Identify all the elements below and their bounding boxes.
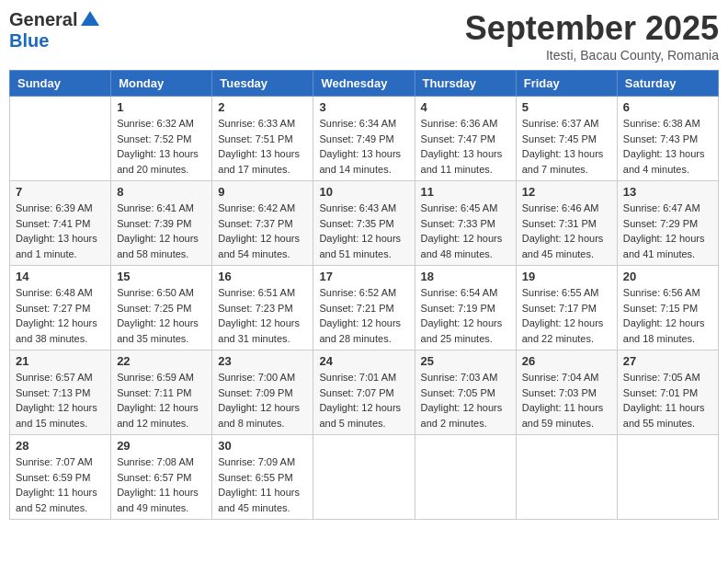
day-number: 2 <box>218 100 307 114</box>
calendar-cell: 20Sunrise: 6:56 AMSunset: 7:15 PMDayligh… <box>617 266 718 350</box>
day-info: Sunrise: 7:05 AMSunset: 7:01 PMDaylight:… <box>623 370 712 431</box>
weekday-header-tuesday: Tuesday <box>212 71 313 97</box>
day-info: Sunrise: 6:47 AMSunset: 7:29 PMDaylight:… <box>623 201 712 261</box>
day-number: 9 <box>218 185 307 199</box>
calendar-cell: 30Sunrise: 7:09 AMSunset: 6:55 PMDayligh… <box>212 435 313 520</box>
title-section: September 2025 Itesti, Bacau County, Rom… <box>465 9 719 63</box>
day-number: 14 <box>16 270 105 283</box>
calendar-cell: 18Sunrise: 6:54 AMSunset: 7:19 PMDayligh… <box>415 266 516 350</box>
day-info: Sunrise: 6:41 AMSunset: 7:39 PMDaylight:… <box>117 201 206 261</box>
calendar-cell: 9Sunrise: 6:42 AMSunset: 7:37 PMDaylight… <box>212 181 313 266</box>
logo: General Blue <box>9 9 99 52</box>
calendar-cell: 13Sunrise: 6:47 AMSunset: 7:29 PMDayligh… <box>617 181 718 266</box>
day-number: 8 <box>117 185 206 199</box>
calendar-cell: 17Sunrise: 6:52 AMSunset: 7:21 PMDayligh… <box>313 266 415 350</box>
calendar-week-row: 1Sunrise: 6:32 AMSunset: 7:52 PMDaylight… <box>10 97 719 181</box>
day-info: Sunrise: 6:32 AMSunset: 7:52 PMDaylight:… <box>117 116 206 177</box>
calendar-week-row: 14Sunrise: 6:48 AMSunset: 7:27 PMDayligh… <box>10 266 719 350</box>
calendar-cell: 27Sunrise: 7:05 AMSunset: 7:01 PMDayligh… <box>617 350 718 435</box>
day-info: Sunrise: 6:46 AMSunset: 7:31 PMDaylight:… <box>522 201 611 261</box>
calendar-cell: 4Sunrise: 6:36 AMSunset: 7:47 PMDaylight… <box>415 97 516 181</box>
day-info: Sunrise: 6:34 AMSunset: 7:49 PMDaylight:… <box>319 116 408 177</box>
day-number: 23 <box>218 354 307 368</box>
calendar-cell <box>516 435 617 520</box>
calendar-cell: 24Sunrise: 7:01 AMSunset: 7:07 PMDayligh… <box>313 350 415 435</box>
day-number: 15 <box>117 270 206 283</box>
weekday-header-thursday: Thursday <box>415 71 516 97</box>
weekday-header-row: SundayMondayTuesdayWednesdayThursdayFrid… <box>10 71 719 97</box>
day-info: Sunrise: 7:04 AMSunset: 7:03 PMDaylight:… <box>522 370 611 431</box>
calendar-cell: 5Sunrise: 6:37 AMSunset: 7:45 PMDaylight… <box>516 97 617 181</box>
calendar-cell: 26Sunrise: 7:04 AMSunset: 7:03 PMDayligh… <box>516 350 617 435</box>
day-number: 19 <box>522 270 611 283</box>
day-number: 30 <box>218 439 307 453</box>
day-number: 17 <box>319 270 408 283</box>
weekday-header-saturday: Saturday <box>617 71 718 97</box>
calendar-table: SundayMondayTuesdayWednesdayThursdayFrid… <box>9 70 719 520</box>
day-info: Sunrise: 6:52 AMSunset: 7:21 PMDaylight:… <box>319 285 408 346</box>
day-number: 13 <box>623 185 712 199</box>
weekday-header-sunday: Sunday <box>10 71 111 97</box>
day-info: Sunrise: 6:48 AMSunset: 7:27 PMDaylight:… <box>16 285 105 346</box>
day-number: 5 <box>522 100 611 114</box>
calendar-cell <box>617 435 718 520</box>
calendar-cell: 29Sunrise: 7:08 AMSunset: 6:57 PMDayligh… <box>111 435 212 520</box>
day-number: 6 <box>623 100 712 114</box>
day-info: Sunrise: 7:08 AMSunset: 6:57 PMDaylight:… <box>117 454 206 515</box>
calendar-cell: 2Sunrise: 6:33 AMSunset: 7:51 PMDaylight… <box>212 97 313 181</box>
calendar-cell: 23Sunrise: 7:00 AMSunset: 7:09 PMDayligh… <box>212 350 313 435</box>
calendar-cell: 15Sunrise: 6:50 AMSunset: 7:25 PMDayligh… <box>111 266 212 350</box>
calendar-cell: 14Sunrise: 6:48 AMSunset: 7:27 PMDayligh… <box>10 266 111 350</box>
day-info: Sunrise: 6:38 AMSunset: 7:43 PMDaylight:… <box>623 116 712 177</box>
day-info: Sunrise: 6:36 AMSunset: 7:47 PMDaylight:… <box>421 116 510 177</box>
logo-general-text: General <box>9 9 77 30</box>
calendar-cell: 10Sunrise: 6:43 AMSunset: 7:35 PMDayligh… <box>313 181 415 266</box>
day-info: Sunrise: 7:01 AMSunset: 7:07 PMDaylight:… <box>319 370 408 431</box>
calendar-week-row: 28Sunrise: 7:07 AMSunset: 6:59 PMDayligh… <box>10 435 719 520</box>
calendar-cell: 3Sunrise: 6:34 AMSunset: 7:49 PMDaylight… <box>313 97 415 181</box>
calendar-cell: 25Sunrise: 7:03 AMSunset: 7:05 PMDayligh… <box>415 350 516 435</box>
day-info: Sunrise: 6:51 AMSunset: 7:23 PMDaylight:… <box>218 285 307 346</box>
day-info: Sunrise: 7:09 AMSunset: 6:55 PMDaylight:… <box>218 454 307 515</box>
day-number: 27 <box>623 354 712 368</box>
weekday-header-friday: Friday <box>516 71 617 97</box>
day-info: Sunrise: 7:00 AMSunset: 7:09 PMDaylight:… <box>218 370 307 431</box>
day-number: 28 <box>16 439 105 453</box>
calendar-cell <box>415 435 516 520</box>
calendar-cell: 22Sunrise: 6:59 AMSunset: 7:11 PMDayligh… <box>111 350 212 435</box>
day-info: Sunrise: 6:37 AMSunset: 7:45 PMDaylight:… <box>522 116 611 177</box>
day-info: Sunrise: 6:39 AMSunset: 7:41 PMDaylight:… <box>16 201 105 261</box>
day-number: 22 <box>117 354 206 368</box>
day-number: 3 <box>319 100 408 114</box>
logo-blue-text: Blue <box>9 30 49 51</box>
calendar-cell: 8Sunrise: 6:41 AMSunset: 7:39 PMDaylight… <box>111 181 212 266</box>
day-info: Sunrise: 6:33 AMSunset: 7:51 PMDaylight:… <box>218 116 307 177</box>
location: Itesti, Bacau County, Romania <box>465 48 719 63</box>
calendar-cell: 21Sunrise: 6:57 AMSunset: 7:13 PMDayligh… <box>10 350 111 435</box>
calendar-cell: 16Sunrise: 6:51 AMSunset: 7:23 PMDayligh… <box>212 266 313 350</box>
day-info: Sunrise: 6:43 AMSunset: 7:35 PMDaylight:… <box>319 201 408 261</box>
calendar-cell: 19Sunrise: 6:55 AMSunset: 7:17 PMDayligh… <box>516 266 617 350</box>
day-number: 1 <box>117 100 206 114</box>
day-number: 18 <box>421 270 510 283</box>
calendar-cell: 6Sunrise: 6:38 AMSunset: 7:43 PMDaylight… <box>617 97 718 181</box>
calendar-cell: 7Sunrise: 6:39 AMSunset: 7:41 PMDaylight… <box>10 181 111 266</box>
day-info: Sunrise: 6:42 AMSunset: 7:37 PMDaylight:… <box>218 201 307 261</box>
month-title: September 2025 <box>465 9 719 48</box>
calendar-cell: 28Sunrise: 7:07 AMSunset: 6:59 PMDayligh… <box>10 435 111 520</box>
day-number: 21 <box>16 354 105 368</box>
day-number: 11 <box>421 185 510 199</box>
calendar-cell: 1Sunrise: 6:32 AMSunset: 7:52 PMDaylight… <box>111 97 212 181</box>
day-info: Sunrise: 7:03 AMSunset: 7:05 PMDaylight:… <box>421 370 510 431</box>
day-number: 16 <box>218 270 307 283</box>
day-number: 29 <box>117 439 206 453</box>
day-number: 12 <box>522 185 611 199</box>
calendar-cell <box>10 97 111 181</box>
day-number: 4 <box>421 100 510 114</box>
day-number: 24 <box>319 354 408 368</box>
day-number: 7 <box>16 185 105 199</box>
day-number: 20 <box>623 270 712 283</box>
day-info: Sunrise: 6:59 AMSunset: 7:11 PMDaylight:… <box>117 370 206 431</box>
day-info: Sunrise: 6:55 AMSunset: 7:17 PMDaylight:… <box>522 285 611 346</box>
calendar-week-row: 7Sunrise: 6:39 AMSunset: 7:41 PMDaylight… <box>10 181 719 266</box>
